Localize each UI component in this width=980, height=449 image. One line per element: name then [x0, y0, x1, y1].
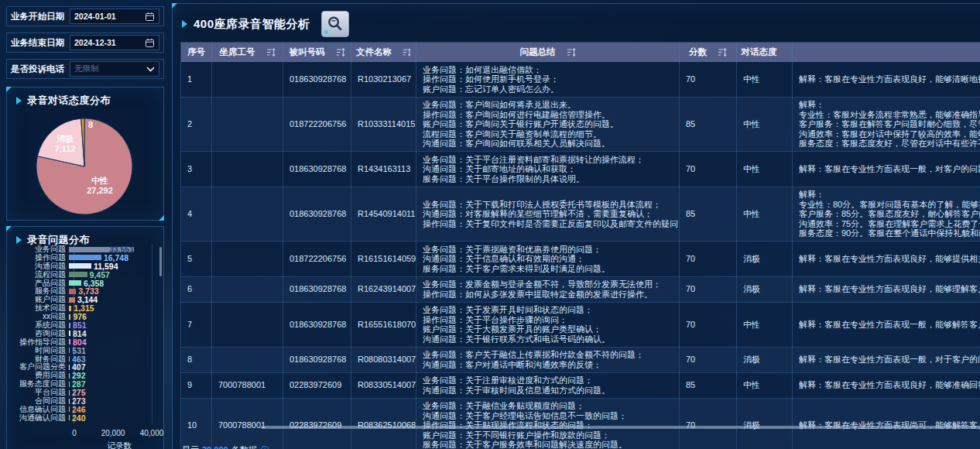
filter-start-date: 业务开始日期 2024-01-01 — [6, 6, 164, 26]
table-row[interactable]: 4018630928768R14540914011业务问题：关于下载和打印法人授… — [181, 187, 980, 242]
cell-score: 85 — [680, 97, 737, 152]
show-label: 显示 — [182, 445, 199, 449]
cell-agent — [212, 302, 283, 347]
cell-summary: 业务问题：发票金额与登录金额不符，导致部分发票无法使用； 操作问题：如何从多张发… — [416, 276, 680, 302]
column-label: 被叫号码 — [290, 46, 325, 58]
bar-fill — [69, 331, 70, 336]
table-row[interactable]: 5018722206756R16151614059业务问题：关于票据融资和优惠券… — [181, 242, 980, 277]
bar-track: 814 — [69, 331, 159, 337]
bar-fill — [69, 382, 70, 387]
complaint-label: 是否投诉电话 — [11, 63, 70, 75]
cell-file: R14540914011 — [351, 187, 416, 242]
table-row[interactable]: 9700078800102283972609R08330514007业务问题：关… — [181, 372, 980, 398]
bar-fill — [69, 255, 101, 260]
cell-agent — [212, 152, 283, 187]
x-tick-label: 40,000 — [140, 429, 164, 437]
attitude-panel-title: 录音对话态度分布 — [27, 94, 111, 108]
bar-chart-xlabel: 记录数 — [75, 440, 163, 449]
bar-fill — [69, 399, 70, 404]
sort-filter-icon[interactable] — [403, 48, 411, 57]
column-header-问题总结[interactable]: 问题总结 — [416, 43, 680, 62]
table-row[interactable]: 7018630928768R16551618070业务问题：关于发票开具时间和状… — [181, 302, 980, 347]
calendar-icon — [145, 12, 155, 22]
unit-label: 条数据 — [231, 445, 257, 449]
complaint-select[interactable]: 无限制 — [70, 61, 159, 77]
cell-summary: 业务问题：关于票据融资和优惠券使用的问题； 沟通问题：关于信息确认和有效期的沟通… — [416, 242, 680, 277]
triangle-icon — [182, 20, 187, 28]
pie-label-消极: 消极7,112 — [55, 134, 76, 153]
cell-explain: 解释：客服在专业性方面表现良好，能够清晰地指导客户进行操 — [793, 62, 980, 98]
info-icon: ⓘ — [261, 445, 269, 449]
table-row[interactable]: 3018630928768R1434163113业务问题：关于平台注册资料邮寄和… — [181, 152, 980, 187]
bar-fill — [69, 306, 71, 311]
cell-att: 消极 — [737, 347, 793, 372]
triangle-icon — [16, 97, 22, 105]
bar-value-label: 240 — [72, 413, 86, 423]
bar-track: 9,457 — [69, 272, 159, 278]
cell-agent — [212, 347, 283, 372]
sort-filter-icon[interactable] — [336, 48, 345, 57]
bar-fill — [69, 263, 91, 269]
filter-end-date: 业务结束日期 2024-12-31 — [6, 33, 164, 53]
sort-filter-icon[interactable] — [567, 48, 576, 57]
column-header-分数[interactable]: 分数 — [680, 43, 737, 62]
bar-panel-scrollbar[interactable] — [159, 247, 162, 276]
cell-file: R08330514007 — [351, 372, 416, 398]
cell-att: 中性 — [737, 152, 793, 187]
sort-filter-icon[interactable] — [266, 48, 276, 57]
table-row[interactable]: 6018630928768R16243914007业务问题：发票金额与登录金额不… — [181, 276, 980, 302]
bar-fill — [69, 280, 81, 286]
end-date-input[interactable]: 2024-12-31 — [70, 35, 159, 50]
cell-summary: 业务问题：如何退出融信借款； 操作问题：如何使用新手机号登录； 账户问题：忘记订… — [416, 62, 680, 98]
table-body: 1018630928768R1030213067业务问题：如何退出融信借款； 操… — [181, 62, 980, 449]
cell-att: 中性 — [737, 372, 793, 398]
column-label: 分数 — [689, 46, 707, 58]
cell-summary: 业务问题：客户关于融信上传票据和付款金额不符的问题； 沟通问题：客户对通话中断和… — [416, 347, 680, 372]
cell-callee: 02283972609 — [283, 398, 351, 449]
cell-att: 中性 — [737, 97, 793, 152]
cell-att: 中性 — [737, 187, 793, 242]
x-tick-label: 20,000 — [101, 429, 125, 437]
column-header-对话态度[interactable]: 对话态度 — [737, 43, 793, 62]
bar-fill — [69, 373, 70, 379]
bar-track: 6,358 — [69, 280, 159, 286]
sort-filter-icon[interactable] — [718, 48, 727, 57]
search-button[interactable] — [321, 11, 349, 37]
bar-track: 1,315 — [69, 305, 159, 311]
bar-chart-xticks: 020,00040,000 — [7, 429, 163, 439]
column-label: 问题总结 — [520, 46, 556, 58]
attitude-distribution-panel: 录音对话态度分布 中性27,292消极7,1128 — [6, 87, 164, 221]
bar-track: 240 — [69, 415, 159, 421]
bar-row[interactable]: 沟通确认问题240 — [7, 414, 159, 422]
cell-summary: 业务问题：关于注册审核进度和方式的问题； 沟通问题：关于审核时间及信息通知方式的… — [416, 372, 680, 398]
cell-att: 消极 — [737, 242, 793, 277]
filter-complaint: 是否投诉电话 无限制 — [6, 59, 164, 79]
column-label: 对话态度 — [742, 46, 777, 58]
horizontal-scrollbar[interactable] — [261, 426, 980, 429]
bar-fill — [69, 297, 75, 303]
bar-fill — [69, 314, 70, 320]
column-header-文件名称[interactable]: 文件名称 — [351, 43, 416, 62]
bar-track: 851 — [69, 322, 159, 328]
table-row[interactable]: 1018630928768R1030213067业务问题：如何退出融信借款； 操… — [181, 62, 980, 98]
start-date-input[interactable]: 2024-01-01 — [70, 9, 159, 24]
magnifier-icon — [327, 15, 344, 33]
table-row[interactable]: 2018722206756R10333114015业务问题：客户询问如何将承兑退… — [181, 97, 980, 152]
column-header-被叫号码[interactable]: 被叫号码 — [283, 43, 351, 62]
bar-fill — [69, 339, 70, 344]
cell-att: 中性 — [737, 62, 793, 98]
attitude-pie-chart[interactable]: 中性27,292消极7,1128 — [7, 111, 163, 221]
column-header-坐席工号[interactable]: 坐席工号 — [212, 43, 283, 62]
column-header-explain — [793, 43, 980, 62]
problem-bar-chart: 业务问题33,551操作问题16,748沟通问题11,594流程问题9,457产… — [7, 245, 159, 422]
cell-file: R08080314007 — [351, 347, 416, 372]
table-row[interactable]: 10700078800102283972609R08362510068业务问题：… — [181, 398, 980, 449]
table-row[interactable]: 8018630928768R08080314007业务问题：客户关于融信上传票据… — [181, 347, 980, 372]
button-accent-dot — [324, 30, 328, 34]
cell-summary: 业务问题：关于发票开具时间和状态的问题； 操作问题：关于平台操作步骤的询问； 账… — [416, 302, 680, 347]
cell-no: 4 — [181, 187, 212, 242]
cell-score: 70 — [680, 62, 737, 98]
cell-explain: 解释：客服在专业性方面表现一般，能够解答客户的问题，但对 — [793, 302, 980, 347]
cell-callee: 018722206756 — [283, 97, 351, 152]
cell-file: R08362510068 — [351, 398, 416, 449]
